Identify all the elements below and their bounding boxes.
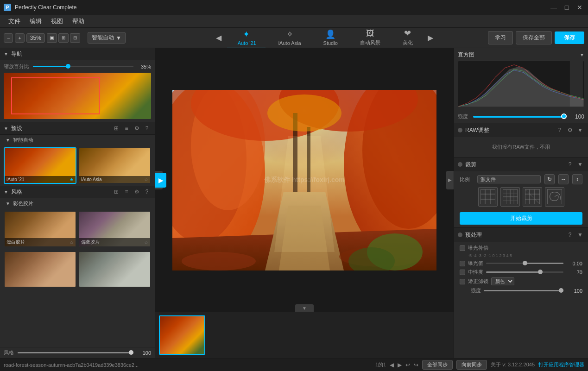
tab-studio-label: Studio	[323, 40, 338, 46]
style-help-button[interactable]: ?	[143, 188, 151, 196]
save-button[interactable]: 保存	[555, 31, 584, 44]
open-app-manager-link[interactable]: 打开应用程序管理器	[538, 361, 584, 368]
status-redo-button[interactable]: ↪	[414, 362, 418, 368]
status-next-button[interactable]: ▶	[398, 362, 402, 368]
style-slider[interactable]	[18, 352, 133, 353]
preprocess-header[interactable]: 预处理 ? ▼	[454, 228, 588, 242]
preset-section-header[interactable]: ▼ 预设 ⊞ ≡ ⚙ ?	[0, 122, 155, 135]
close-button[interactable]: ✕	[575, 3, 584, 12]
crop-header[interactable]: 裁剪 ? ▼	[454, 157, 588, 171]
sync-forward-button[interactable]: 向前同步	[456, 360, 487, 370]
histogram-header: 直方图 ▼	[458, 51, 584, 59]
crop-grid-spiral[interactable]	[545, 187, 564, 207]
crop-help-button[interactable]: ?	[566, 160, 574, 169]
preset-extra1[interactable]	[4, 251, 76, 288]
view-grid[interactable]: ⊟	[70, 33, 80, 43]
correction-filter-select[interactable]: 颜色	[491, 277, 514, 285]
exposure-value-slider[interactable]	[486, 263, 563, 264]
crop-ratio-select[interactable]: 源文件	[477, 175, 541, 183]
preset-list-view-button[interactable]: ≡	[122, 124, 131, 132]
crop-flip-h-button[interactable]: ↔	[558, 174, 569, 184]
view-split[interactable]: ⊞	[58, 33, 69, 43]
crop-grid-2x2[interactable]	[500, 187, 520, 207]
tab-right-arrow[interactable]: ▶	[426, 33, 435, 42]
histogram-collapse-icon[interactable]: ▼	[580, 52, 584, 57]
star-iauto21-icon[interactable]: ★	[70, 177, 74, 182]
subsection-smart-auto[interactable]: ▼ 智能自动	[0, 135, 155, 145]
status-prev-button[interactable]: ◀	[390, 362, 394, 368]
status-undo-button[interactable]: ↩	[405, 362, 410, 368]
crop-toggle-dot[interactable]	[458, 162, 462, 167]
maximize-button[interactable]: □	[562, 3, 571, 12]
preset-bleach[interactable]: 漂白胶片 ☆	[4, 211, 76, 247]
zoom-plus-button[interactable]: +	[15, 33, 24, 43]
start-crop-button[interactable]: 开始裁剪	[460, 212, 582, 225]
sync-all-button[interactable]: 全部同步	[422, 360, 453, 370]
view-single[interactable]: ▣	[47, 33, 57, 43]
zoom-slider[interactable]	[33, 66, 133, 67]
strength-thumb	[561, 113, 567, 119]
preset-grid-view-button[interactable]: ⊞	[112, 124, 120, 132]
nav-section-header[interactable]: ▼ 导航	[0, 48, 155, 60]
menu-file[interactable]: 文件	[4, 15, 25, 27]
menu-help[interactable]: 帮助	[68, 15, 89, 27]
star-bleach-icon[interactable]: ☆	[70, 240, 74, 245]
crop-rotate-cw-button[interactable]: ↻	[544, 174, 555, 184]
tab-left-arrow[interactable]: ◀	[214, 33, 223, 42]
zoom-minus-button[interactable]: −	[4, 33, 13, 43]
preset-settings-button[interactable]: ⚙	[133, 124, 141, 132]
preset-blue[interactable]: 偏蓝胶片 ☆	[78, 211, 151, 247]
tab-studio[interactable]: 👤 Studio	[314, 27, 347, 49]
crop-collapse-button[interactable]: ▼	[576, 160, 584, 169]
star-iauto-asia-icon[interactable]: ☆	[144, 177, 148, 182]
tab-auto-landscape[interactable]: 🖼 自动风景	[351, 27, 390, 49]
style-grid-view-button[interactable]: ⊞	[112, 188, 120, 196]
ai-mode-dropdown[interactable]: 智能自动 ▼	[88, 32, 126, 44]
minimize-button[interactable]: —	[549, 3, 558, 12]
crop-grid-rule-of-thirds[interactable]	[478, 187, 498, 207]
right-panel-collapse-button[interactable]: ▶	[446, 171, 454, 189]
preset-iauto-asia[interactable]: iAuto Asia ☆	[78, 147, 151, 184]
save-all-button[interactable]: 保存全部	[516, 31, 552, 44]
intensity-slider[interactable]	[484, 290, 563, 291]
style-list-view-button[interactable]: ≡	[122, 188, 131, 196]
menu-view[interactable]: 视图	[46, 15, 68, 27]
raw-adjust-header[interactable]: RAW调整 ? ⚙ ▼	[454, 123, 588, 137]
zoom-percent: 35%	[137, 64, 151, 69]
preset-section-tools: ⊞ ≡ ⚙ ?	[112, 124, 151, 132]
preset-help-button[interactable]: ?	[143, 124, 151, 132]
color-film-arrow-icon: ▼	[6, 201, 10, 206]
strength-slider[interactable]	[473, 116, 567, 118]
preprocess-collapse-button[interactable]: ▼	[576, 231, 584, 239]
preprocess-help-button[interactable]: ?	[566, 231, 574, 239]
tab-beautify[interactable]: ❤ 美化	[393, 26, 422, 49]
tab-beautify-label: 美化	[403, 39, 413, 46]
raw-settings-button[interactable]: ⚙	[566, 126, 574, 134]
crop-flip-v-button[interactable]: ↕	[572, 174, 582, 184]
preset-iauto21[interactable]: iAuto '21 ★	[4, 147, 76, 184]
raw-help-button[interactable]: ?	[556, 126, 564, 134]
raw-collapse-button[interactable]: ▼	[576, 126, 584, 134]
preprocess-toggle-dot[interactable]	[458, 233, 462, 237]
preset-extra2[interactable]	[78, 251, 151, 288]
tab-iauto-asia[interactable]: ✧ iAuto Asia	[269, 27, 310, 49]
correction-filter-checkbox[interactable]	[460, 279, 465, 284]
learn-button[interactable]: 学习	[488, 31, 513, 44]
style-settings-button[interactable]: ⚙	[133, 188, 141, 196]
menu-edit[interactable]: 编辑	[25, 15, 46, 27]
filmstrip-item-0[interactable]	[159, 315, 205, 355]
subsection-color-film[interactable]: ▼ 彩色胶片	[0, 198, 155, 209]
neutrality-slider[interactable]	[486, 271, 563, 273]
compare-play-button[interactable]: ▶	[155, 173, 166, 188]
exposure-value-checkbox[interactable]	[460, 261, 465, 266]
style-section-header[interactable]: ▼ 风格 ⊞ ≡ ⚙ ?	[0, 186, 155, 198]
star-blue-icon[interactable]: ☆	[144, 240, 148, 245]
neutrality-checkbox[interactable]	[460, 270, 465, 275]
strength-section: 强度 100	[454, 110, 588, 123]
exposure-compensation-checkbox[interactable]	[460, 245, 465, 251]
svg-rect-22	[481, 189, 495, 204]
crop-grid-triangle[interactable]	[523, 187, 542, 207]
tab-iauto21[interactable]: ✦ iAuto '21	[227, 27, 265, 49]
raw-adjust-toggle-dot[interactable]	[458, 128, 462, 132]
bottom-panel-collapse-button[interactable]: ▼	[295, 304, 314, 312]
